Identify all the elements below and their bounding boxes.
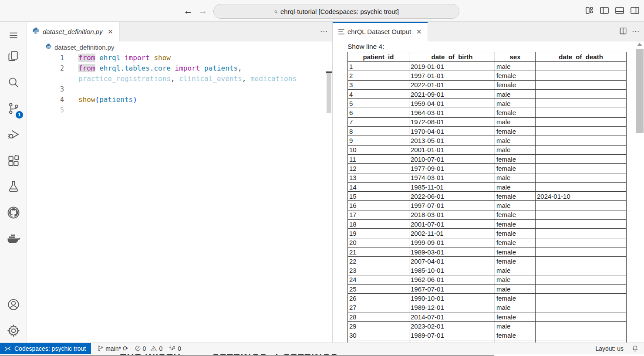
- table-cell: 4: [348, 89, 409, 98]
- table-cell: female: [495, 108, 536, 117]
- table-cell: 20: [348, 238, 409, 247]
- code-line[interactable]: 5: [27, 105, 332, 115]
- panel-tab-close-icon[interactable]: ✕: [415, 27, 423, 36]
- table-cell: 2001-01-01: [409, 145, 495, 154]
- remote-indicator[interactable]: Codespaces: psychic trout: [0, 343, 91, 354]
- problems-status[interactable]: 0 0: [135, 345, 163, 352]
- toggle-primary-sidebar-icon[interactable]: [599, 5, 610, 16]
- toggle-secondary-sidebar-icon[interactable]: [629, 5, 641, 16]
- scm-badge: 1: [16, 111, 23, 119]
- search-view-icon[interactable]: [0, 73, 27, 92]
- scroll-up-arrow-icon[interactable]: [637, 43, 642, 46]
- table-cell: [536, 145, 627, 154]
- code-line[interactable]: 1from ehrql import show: [27, 53, 332, 63]
- docker-icon[interactable]: [0, 230, 27, 248]
- code-line[interactable]: practice_registrations, clinical_events,…: [27, 74, 332, 84]
- table-cell: 22: [348, 257, 409, 266]
- table-cell: 1964-03-01: [409, 108, 495, 117]
- panel-more-actions-icon[interactable]: ⋯: [632, 27, 640, 36]
- table-cell: male: [495, 173, 536, 182]
- table-cell: female: [495, 164, 536, 173]
- code-line[interactable]: 4show(patients): [27, 95, 332, 105]
- keyboard-layout-status[interactable]: Layout: us: [595, 345, 624, 352]
- tab-ehrql-dataset-output[interactable]: ehrQL Dataset Output ✕: [333, 22, 428, 41]
- table-cell: 1997-01-01: [409, 71, 495, 80]
- sync-icon[interactable]: ⟳: [123, 345, 128, 353]
- split-editor-icon[interactable]: [619, 27, 627, 37]
- dataset-table: patient_iddate_of_birthsexdate_of_death …: [347, 52, 627, 342]
- toggle-panel-icon[interactable]: [614, 5, 625, 16]
- ports-status[interactable]: 0: [169, 345, 181, 352]
- accounts-icon[interactable]: [0, 295, 27, 314]
- table-cell: 2014-07-01: [409, 312, 495, 322]
- table-cell: 13: [348, 173, 409, 182]
- table-cell: male: [495, 303, 536, 312]
- table-row: 161997-07-01male: [348, 201, 627, 210]
- table-cell: 1989-12-01: [409, 303, 495, 312]
- tab-close-icon[interactable]: ✕: [106, 27, 115, 36]
- remote-label: Codespaces: psychic trout: [14, 345, 86, 352]
- table-row: 172018-03-01female: [348, 210, 627, 219]
- activity-bar: 1: [0, 22, 27, 342]
- table-row: 241962-06-01male: [348, 275, 627, 284]
- table-cell: female: [495, 247, 536, 256]
- notifications-bell-icon[interactable]: [631, 345, 639, 352]
- table-cell: 2023-02-01: [409, 322, 495, 331]
- dataset-table-header: patient_iddate_of_birthsexdate_of_death: [348, 52, 627, 62]
- table-cell: 1959-04-01: [409, 99, 495, 108]
- back-button[interactable]: ←: [182, 5, 194, 17]
- table-row: 131974-03-01male: [348, 173, 627, 182]
- table-cell: [536, 294, 627, 303]
- table-cell: [536, 71, 627, 80]
- table-row: 81970-04-01female: [348, 127, 627, 136]
- table-cell: 26: [348, 294, 409, 303]
- code-editor[interactable]: 1from ehrql import show2from ehrql.table…: [27, 53, 332, 342]
- settings-gear-icon[interactable]: [0, 322, 27, 340]
- table-cell: 2022-01-01: [409, 80, 495, 89]
- table-cell: 2001-07-01: [409, 220, 495, 229]
- tab-label: dataset_definition.py: [43, 28, 103, 35]
- branch-status[interactable]: main* ⟳: [97, 345, 128, 353]
- breadcrumb[interactable]: dataset_definition.py: [27, 41, 332, 53]
- table-cell: 2022-06-01: [409, 192, 495, 201]
- table-cell: 1977-09-01: [409, 164, 495, 173]
- testing-icon[interactable]: [0, 177, 27, 196]
- customize-layout-icon[interactable]: [583, 5, 595, 16]
- table-cell: 1990-10-01: [409, 294, 495, 303]
- table-cell: male: [495, 89, 536, 98]
- run-debug-icon[interactable]: [0, 125, 27, 144]
- tab-dataset-definition[interactable]: dataset_definition.py ✕: [27, 22, 120, 41]
- table-cell: female: [495, 220, 536, 229]
- table-cell: [536, 99, 627, 108]
- table-cell: 7: [348, 117, 409, 126]
- table-cell: [536, 108, 627, 117]
- table-cell: female: [495, 294, 536, 303]
- show-line-label: Show line 4:: [347, 43, 644, 51]
- errors-icon: [135, 345, 141, 352]
- table-cell: 16: [348, 201, 409, 210]
- editor-more-actions-icon[interactable]: ⋯: [320, 27, 328, 36]
- table-row: 71972-08-01male: [348, 117, 627, 126]
- code-line[interactable]: 2from ehrql.tables.core import patients,: [27, 63, 332, 74]
- source-control-icon[interactable]: 1: [0, 99, 27, 118]
- warnings-count: 0: [159, 345, 162, 352]
- table-cell: female: [495, 127, 536, 136]
- table-cell: 8: [348, 127, 409, 136]
- extensions-icon[interactable]: [0, 152, 27, 170]
- table-cell: 1985-11-01: [409, 182, 495, 191]
- branch-label: main*: [105, 345, 121, 352]
- code-line[interactable]: 3: [27, 84, 332, 95]
- panel-scrollbar[interactable]: [636, 49, 644, 133]
- editor-scrollbar[interactable]: [327, 73, 331, 113]
- command-center-search[interactable]: ⌕ ehrql-tutorial [Codespaces: psychic tr…: [213, 4, 459, 19]
- menu-icon[interactable]: [0, 26, 27, 44]
- github-icon[interactable]: [0, 203, 27, 222]
- table-cell: male: [495, 117, 536, 126]
- table-row: 222007-04-01female: [348, 257, 627, 266]
- table-cell: female: [495, 154, 536, 163]
- explorer-icon[interactable]: [0, 47, 27, 65]
- editor-tab-bar: dataset_definition.py ✕ ⋯: [27, 22, 332, 41]
- table-cell: 17: [348, 210, 409, 219]
- table-cell: female: [495, 192, 536, 201]
- table-cell: male: [495, 285, 536, 294]
